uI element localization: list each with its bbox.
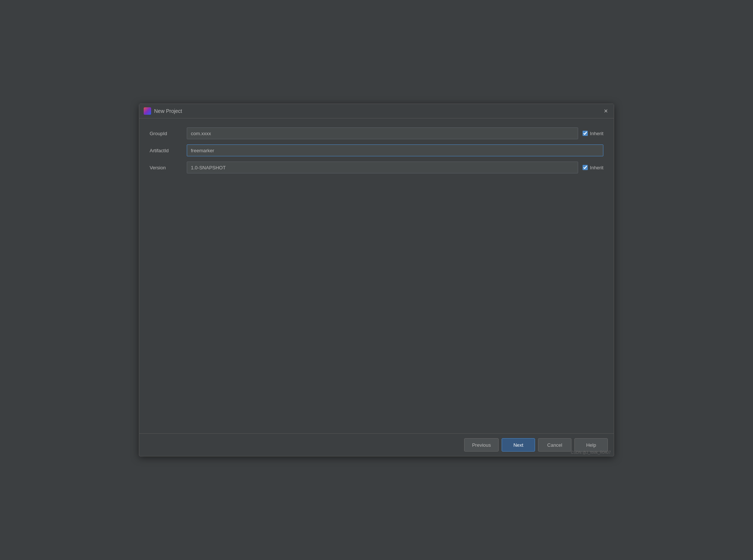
footer: Previous Next Cancel Help — [139, 433, 614, 456]
dialog-title: New Project — [154, 108, 182, 114]
previous-button[interactable]: Previous — [464, 438, 499, 452]
close-button[interactable]: × — [602, 107, 609, 115]
next-button[interactable]: Next — [502, 438, 535, 452]
version-inherit-group: Inherit — [583, 165, 603, 170]
version-inherit-checkbox[interactable] — [583, 165, 588, 170]
version-row: Version Inherit — [150, 162, 603, 173]
groupid-label: GroupId — [150, 131, 187, 136]
new-project-dialog: New Project × GroupId Inherit ArtifactId… — [139, 104, 614, 456]
groupid-inherit-label: Inherit — [590, 131, 603, 136]
content-area: GroupId Inherit ArtifactId Version Inher… — [139, 118, 614, 433]
groupid-inherit-checkbox[interactable] — [583, 131, 588, 136]
groupid-input[interactable] — [187, 127, 578, 139]
version-input[interactable] — [187, 162, 578, 173]
groupid-inherit-group: Inherit — [583, 131, 603, 136]
artifactid-input[interactable] — [187, 144, 603, 156]
version-label: Version — [150, 165, 187, 170]
version-inherit-label: Inherit — [590, 165, 603, 170]
help-button[interactable]: Help — [574, 438, 608, 452]
watermark: CSDN @J_fovik_R0407 — [571, 450, 611, 455]
groupid-row: GroupId Inherit — [150, 127, 603, 139]
artifactid-row: ArtifactId — [150, 144, 603, 156]
cancel-button[interactable]: Cancel — [538, 438, 571, 452]
title-bar-left: New Project — [144, 107, 182, 115]
title-bar: New Project × — [139, 104, 614, 118]
app-icon — [144, 107, 151, 115]
artifactid-label: ArtifactId — [150, 148, 187, 153]
